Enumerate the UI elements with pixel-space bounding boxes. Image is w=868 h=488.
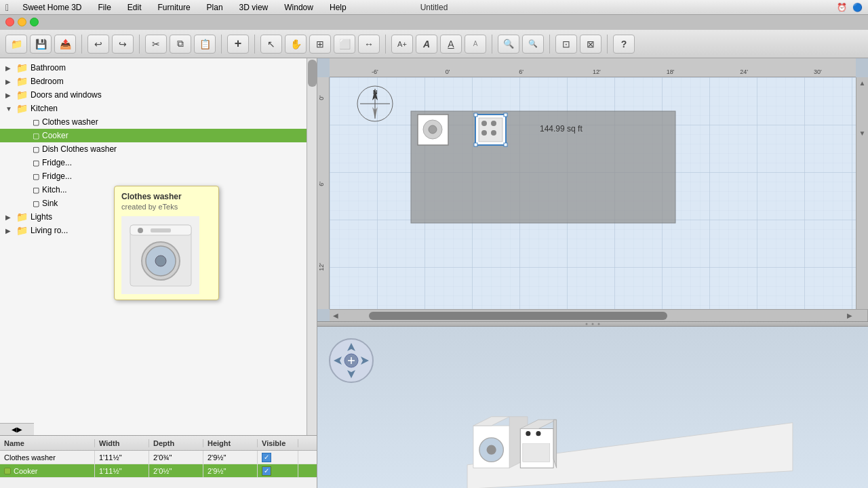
text-large-button[interactable]: A+ bbox=[391, 35, 413, 54]
tree-item-fridge1[interactable]: ▢ Fridge... bbox=[0, 156, 317, 169]
visible-checkbox[interactable]: ✓ bbox=[262, 453, 271, 462]
folder-icon: 📁 bbox=[16, 211, 28, 222]
tree-area[interactable]: ▶ 📁 Bathroom ▶ 📁 Bedroom ▶ 📁 Doors and w… bbox=[0, 58, 317, 435]
menu-furniture[interactable]: Furniture bbox=[155, 1, 193, 14]
scroll-track-h[interactable] bbox=[344, 312, 842, 320]
tree-item-doors-windows[interactable]: ▶ 📁 Doors and windows bbox=[0, 88, 317, 102]
cell-visible[interactable]: ✓ bbox=[258, 464, 298, 477]
menu-window[interactable]: Window bbox=[281, 1, 316, 14]
tree-item-label: Doors and windows bbox=[31, 90, 102, 100]
svg-point-51 bbox=[536, 431, 540, 436]
3d-canvas[interactable] bbox=[419, 367, 841, 488]
panel-divider[interactable] bbox=[317, 321, 868, 327]
tree-item-cooker[interactable]: ▢ Cooker bbox=[0, 129, 317, 142]
menu-edit[interactable]: Edit bbox=[125, 1, 144, 14]
left-panel: ▶ 📁 Bathroom ▶ 📁 Bedroom ▶ 📁 Doors and w… bbox=[0, 58, 317, 488]
separator-2 bbox=[139, 35, 140, 54]
app-menu-name[interactable]: Sweet Home 3D bbox=[20, 1, 84, 14]
tree-item-label: Lights bbox=[31, 212, 52, 222]
window-title: Untitled bbox=[420, 3, 448, 12]
minimize-button[interactable] bbox=[18, 18, 26, 26]
scroll-thumb-h[interactable] bbox=[369, 312, 667, 320]
create-room-button[interactable]: ⬜ bbox=[334, 35, 355, 54]
create-dim-button[interactable]: ↔ bbox=[358, 35, 380, 54]
tree-item-label: Fridge... bbox=[42, 158, 72, 167]
tree-item-clothes-washer[interactable]: ▢ Clothes washer bbox=[0, 115, 317, 129]
tree-item-dish[interactable]: ▢ Dish Clothes washer bbox=[0, 142, 317, 156]
undo-button[interactable]: ↩ bbox=[87, 35, 109, 54]
svg-rect-21 bbox=[474, 143, 477, 146]
tree-item-bathroom[interactable]: ▶ 📁 Bathroom bbox=[0, 61, 317, 75]
svg-point-17 bbox=[481, 130, 487, 136]
menu-file[interactable]: File bbox=[96, 1, 114, 14]
scroll-arrows[interactable]: ◀▶ bbox=[0, 423, 34, 435]
zoom-in-button[interactable]: 🔍 bbox=[498, 35, 519, 54]
add-furniture-button[interactable]: + bbox=[227, 35, 249, 54]
copy-button[interactable]: ⧉ bbox=[170, 35, 191, 54]
right-panel: -6' 0' 6' 12' 18' 24' 30' 0' 6' 12' bbox=[317, 58, 868, 488]
separator-3 bbox=[221, 35, 222, 54]
menu-help[interactable]: Help bbox=[327, 1, 349, 14]
title-bar-controls: ⏰🔵 bbox=[837, 3, 863, 12]
item-icon: ▢ bbox=[33, 199, 39, 208]
table-row-clothes-washer[interactable]: Clothes washer 1'11½" 2'0¾" 2'9½" ✓ bbox=[0, 451, 317, 464]
view-2d[interactable]: -6' 0' 6' 12' 18' 24' 30' 0' 6' 12' bbox=[317, 58, 868, 321]
item-icon: ▢ bbox=[33, 145, 39, 154]
tree-item-bedroom[interactable]: ▶ 📁 Bedroom bbox=[0, 75, 317, 88]
menu-bar: Sweet Home 3D File Edit Furniture Plan 3… bbox=[20, 1, 349, 14]
export-button[interactable]: 📤 bbox=[54, 35, 76, 54]
visible-checkbox[interactable]: ✓ bbox=[262, 466, 271, 476]
svg-point-31 bbox=[592, 323, 594, 325]
grid-canvas[interactable]: 144.99 sq ft N bbox=[330, 77, 856, 309]
create-wall-button[interactable]: ⊞ bbox=[309, 35, 331, 54]
save-button[interactable]: 💾 bbox=[30, 35, 52, 54]
zoom-out-button[interactable]: 🔍 bbox=[522, 35, 544, 54]
text-small-button[interactable]: A bbox=[465, 35, 486, 54]
scroll-up-btn[interactable]: ▲ bbox=[856, 77, 868, 89]
menu-3dview[interactable]: 3D view bbox=[237, 1, 271, 14]
item-icon: ▢ bbox=[33, 118, 39, 127]
svg-point-50 bbox=[526, 431, 530, 436]
tree-item-kitchen[interactable]: ▼ 📁 Kitchen bbox=[0, 102, 317, 115]
cell-visible[interactable]: ✓ bbox=[258, 451, 298, 464]
text-normal-button[interactable]: A bbox=[440, 35, 462, 54]
compass-svg: N bbox=[357, 85, 394, 123]
nav-control[interactable] bbox=[328, 338, 374, 384]
scroll-down-btn[interactable]: ▼ bbox=[856, 127, 868, 140]
redo-button[interactable]: ↪ bbox=[112, 35, 134, 54]
tree-item-label: Kitch... bbox=[42, 185, 67, 195]
traffic-lights[interactable] bbox=[5, 18, 39, 26]
tooltip-subtitle: created by eTeks bbox=[121, 203, 212, 211]
tree-item-label: Living ro... bbox=[31, 226, 68, 235]
close-button[interactable] bbox=[5, 18, 14, 26]
svg-rect-52 bbox=[523, 444, 550, 462]
maximize-button[interactable] bbox=[30, 18, 39, 26]
paste-button[interactable]: 📋 bbox=[194, 35, 216, 54]
menu-plan[interactable]: Plan bbox=[204, 1, 226, 14]
scrollbar-h[interactable]: ◀ ▶ bbox=[330, 309, 856, 321]
open-folder-button[interactable]: 📁 bbox=[5, 35, 27, 54]
scroll-left-btn[interactable]: ◀ bbox=[330, 312, 342, 319]
view-3d[interactable]: Screencast-O-Matic.com bbox=[317, 327, 868, 488]
tree-item-fridge2[interactable]: ▢ Fridge... bbox=[0, 169, 317, 183]
tree-scrollbar[interactable] bbox=[307, 58, 317, 435]
cut-button[interactable]: ✂ bbox=[145, 35, 167, 54]
zoom-fit-button[interactable]: ⊡ bbox=[555, 35, 577, 54]
check-mark: ✓ bbox=[264, 467, 269, 474]
folder-icon: 📁 bbox=[16, 103, 28, 114]
svg-marker-49 bbox=[553, 420, 556, 468]
compass: N bbox=[357, 85, 394, 125]
scrollbar-thumb[interactable] bbox=[308, 60, 317, 87]
scroll-thumb-v[interactable] bbox=[859, 92, 867, 125]
zoom-all-button[interactable]: ⊠ bbox=[580, 35, 601, 54]
cell-name-text: Cooker bbox=[14, 467, 37, 475]
help-button[interactable]: ? bbox=[613, 35, 635, 54]
table-row-cooker[interactable]: Cooker 1'11½" 2'0½" 2'9½" ✓ bbox=[0, 464, 317, 478]
washer-svg bbox=[127, 222, 195, 289]
pan-button[interactable]: ✋ bbox=[285, 35, 307, 54]
select-button[interactable]: ↖ bbox=[260, 35, 282, 54]
text-style-button[interactable]: A bbox=[416, 35, 437, 54]
scrollbar-v[interactable]: ▲ ▼ bbox=[856, 77, 868, 309]
scroll-right-btn[interactable]: ▶ bbox=[844, 312, 856, 319]
title-bar:  Sweet Home 3D File Edit Furniture Plan… bbox=[0, 0, 868, 15]
